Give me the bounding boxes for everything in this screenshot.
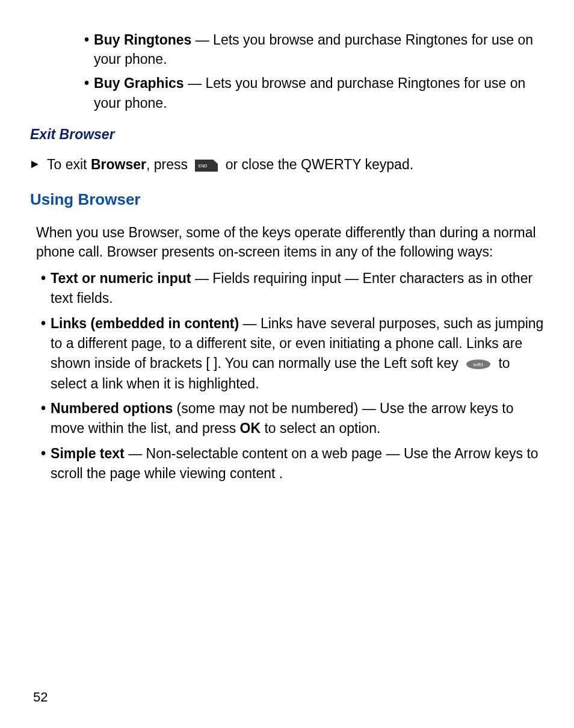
bullet-label: Buy Graphics	[94, 75, 184, 91]
triangle-right-icon	[30, 160, 40, 169]
exit-browser-heading: Exit Browser	[30, 125, 544, 144]
outer-bullet-list: • Text or numeric input — Fields requiri…	[41, 269, 544, 484]
bullet-text: Buy Graphics — Lets you browse and purch…	[94, 73, 544, 112]
bullet-icon: •	[41, 314, 46, 394]
bullet-icon: •	[41, 399, 46, 439]
inner-bullet-list: • Buy Ringtones — Lets you browse and pu…	[84, 30, 544, 113]
list-item: • Buy Graphics — Lets you browse and pur…	[84, 73, 544, 112]
svg-text:soft1: soft1	[473, 362, 484, 367]
bullet-text: Numbered options (some may not be number…	[51, 399, 544, 439]
exit-pre: To exit	[47, 157, 91, 172]
bullet-body-2: to select an option.	[261, 420, 380, 436]
bullet-icon: •	[84, 30, 89, 69]
using-browser-heading: Using Browser	[30, 188, 544, 210]
list-item: • Numbered options (some may not be numb…	[41, 399, 544, 439]
exit-step: To exit Browser, press END or close the …	[30, 155, 544, 174]
end-key-icon: END	[195, 160, 218, 172]
bullet-label: Text or numeric input	[51, 270, 191, 286]
bullet-label: Links (embedded in content)	[51, 316, 239, 331]
soft-key-icon: soft1	[466, 359, 491, 370]
body-paragraph: When you use Browser, some of the keys o…	[36, 223, 544, 261]
bullet-text: Links (embedded in content) — Links have…	[51, 314, 544, 394]
bullet-icon: •	[41, 269, 46, 309]
bullet-text: Buy Ringtones — Lets you browse and purc…	[94, 30, 544, 69]
list-item: • Links (embedded in content) — Links ha…	[41, 314, 544, 394]
bullet-label: Simple text	[51, 446, 125, 461]
svg-text:END: END	[199, 164, 208, 168]
bullet-label: Buy Ringtones	[94, 32, 191, 48]
bullet-icon: •	[41, 444, 46, 484]
list-item: • Text or numeric input — Fields requiri…	[41, 269, 544, 309]
exit-mid: , press	[146, 157, 191, 172]
exit-text: To exit Browser, press END or close the …	[47, 155, 413, 174]
exit-bold: Browser	[91, 157, 146, 172]
bullet-text: Simple text — Non-selectable content on …	[51, 444, 544, 484]
bullet-icon: •	[84, 73, 89, 112]
list-item: • Buy Ringtones — Lets you browse and pu…	[84, 30, 544, 69]
bullet-text: Text or numeric input — Fields requiring…	[51, 269, 544, 309]
svg-marker-0	[31, 161, 39, 168]
page-number: 52	[33, 688, 48, 707]
list-item: • Simple text — Non-selectable content o…	[41, 444, 544, 484]
bullet-bold-2: OK	[240, 420, 261, 436]
bullet-label: Numbered options	[51, 400, 173, 416]
exit-post: or close the QWERTY keypad.	[221, 157, 413, 172]
